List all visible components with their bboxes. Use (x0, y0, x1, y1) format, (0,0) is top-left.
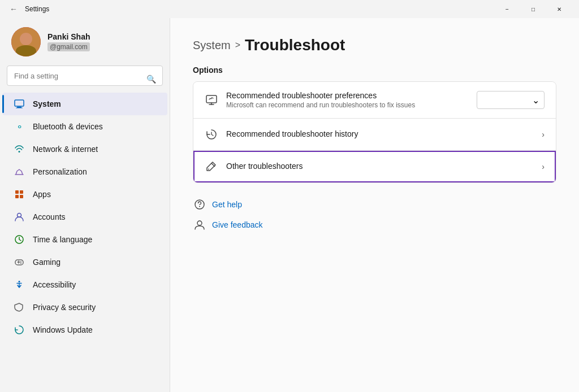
option-recommended-prefs-text: Recommended troubleshooter preferences M… (226, 91, 469, 109)
user-name: Panki Shah (47, 32, 158, 41)
sidebar-item-privacy[interactable]: Privacy & security (2, 296, 167, 319)
svg-rect-0 (15, 100, 24, 106)
avatar (11, 27, 41, 56)
bluetooth-icon: ⚬ (14, 121, 25, 132)
breadcrumb-parent[interactable]: System (193, 39, 231, 52)
svg-point-3 (19, 151, 20, 153)
user-profile[interactable]: Panki Shah @gmail.com (0, 18, 170, 66)
option-recommended-history-text: Recommended troubleshooter history (226, 129, 534, 140)
option-recommended-prefs-dropdown: ⌄ (477, 91, 545, 109)
maximize-button[interactable]: □ (520, 0, 546, 18)
svg-point-17 (199, 206, 200, 207)
back-button[interactable]: ← (7, 2, 20, 16)
option-other-troubleshooters-text: Other troubleshooters (226, 162, 534, 172)
svg-point-12 (20, 263, 21, 264)
svg-rect-5 (20, 190, 23, 194)
sidebar-item-apps-label: Apps (33, 190, 51, 199)
search-container: 🔍 (0, 66, 170, 93)
gaming-icon (14, 256, 25, 268)
accounts-icon (14, 211, 25, 223)
breadcrumb-separator: > (235, 40, 240, 50)
app-body: Panki Shah @gmail.com 🔍 System (0, 18, 579, 392)
time-icon (14, 234, 25, 245)
svg-rect-6 (15, 195, 19, 198)
breadcrumb: System > Troubleshoot (193, 36, 556, 54)
sidebar-item-accessibility-label: Accessibility (33, 280, 76, 289)
give-feedback-label[interactable]: Give feedback (212, 220, 263, 229)
svg-point-11 (20, 262, 21, 263)
sidebar-item-system-label: System (33, 99, 61, 108)
option-recommended-history[interactable]: Recommended troubleshooter history › (193, 119, 556, 151)
sidebar-item-windows-update[interactable]: Windows Update (2, 319, 167, 341)
option-other-troubleshooters[interactable]: Other troubleshooters › (193, 151, 556, 182)
chevron-down-icon: ⌄ (532, 95, 539, 106)
sidebar-item-bluetooth-label: Bluetooth & devices (33, 122, 103, 131)
svg-rect-14 (206, 95, 217, 103)
sidebar: Panki Shah @gmail.com 🔍 System (0, 18, 170, 392)
sidebar-item-personalization[interactable]: Personalization (2, 160, 167, 183)
sidebar-item-network[interactable]: Network & internet (2, 138, 167, 160)
sidebar-item-time[interactable]: Time & language (2, 228, 167, 251)
chevron-right-icon: › (542, 130, 545, 139)
svg-point-15 (208, 169, 209, 170)
sidebar-item-time-label: Time & language (33, 235, 92, 244)
troubleshooter-prefs-icon (205, 93, 218, 107)
svg-rect-7 (20, 195, 23, 198)
sidebar-item-personalization-label: Personalization (33, 167, 87, 176)
sidebar-nav: System ⚬ Bluetooth & devices Network & i… (0, 93, 170, 341)
sidebar-item-accounts[interactable]: Accounts (2, 206, 167, 228)
accessibility-icon (14, 279, 25, 290)
svg-rect-2 (16, 108, 23, 108)
dropdown-box[interactable]: ⌄ (477, 91, 545, 109)
give-feedback-link[interactable]: Give feedback (193, 217, 556, 233)
search-icon: 🔍 (146, 75, 156, 84)
search-input[interactable] (7, 66, 163, 86)
close-button[interactable]: ✕ (546, 0, 572, 18)
apps-icon (14, 189, 25, 200)
windows-update-icon (14, 324, 25, 336)
sidebar-item-gaming-label: Gaming (33, 258, 61, 267)
sidebar-item-privacy-label: Privacy & security (33, 303, 96, 312)
user-info: Panki Shah @gmail.com (47, 32, 158, 51)
sidebar-item-windows-update-label: Windows Update (33, 325, 93, 334)
links-section: Get help Give feedback (193, 197, 556, 233)
option-recommended-prefs-desc: Microsoft can recommend and run troubles… (226, 101, 469, 109)
titlebar-controls: − □ ✕ (494, 0, 572, 18)
get-help-icon (193, 198, 206, 211)
personalization-icon (14, 166, 25, 177)
user-email: @gmail.com (47, 42, 90, 51)
option-recommended-history-title: Recommended troubleshooter history (226, 129, 534, 138)
sidebar-item-gaming[interactable]: Gaming (2, 251, 167, 273)
option-recommended-prefs-title: Recommended troubleshooter preferences (226, 91, 469, 100)
sidebar-item-apps[interactable]: Apps (2, 183, 167, 206)
titlebar-title: Settings (25, 5, 49, 13)
sidebar-item-network-label: Network & internet (33, 145, 98, 154)
sidebar-item-accounts-label: Accounts (33, 212, 66, 221)
network-icon (14, 143, 25, 155)
get-help-link[interactable]: Get help (193, 197, 556, 212)
titlebar: ← Settings − □ ✕ (0, 0, 579, 18)
titlebar-left: ← Settings (7, 2, 49, 16)
system-icon (14, 98, 25, 110)
privacy-icon (14, 302, 25, 313)
other-troubleshooters-icon (205, 160, 218, 173)
option-other-troubleshooters-title: Other troubleshooters (226, 162, 534, 171)
troubleshooter-history-icon (205, 128, 218, 141)
option-recommended-prefs[interactable]: Recommended troubleshooter preferences M… (193, 82, 556, 119)
sidebar-item-accessibility[interactable]: Accessibility (2, 273, 167, 296)
sidebar-item-bluetooth[interactable]: ⚬ Bluetooth & devices (2, 115, 167, 138)
give-feedback-icon (193, 218, 206, 232)
sidebar-item-system[interactable]: System (2, 93, 167, 115)
svg-point-13 (19, 281, 20, 282)
section-title: Options (193, 66, 556, 75)
options-list: Recommended troubleshooter preferences M… (193, 81, 556, 183)
get-help-label[interactable]: Get help (212, 200, 242, 209)
main-content: System > Troubleshoot Options Recomm (170, 18, 579, 392)
minimize-button[interactable]: − (494, 0, 520, 18)
chevron-right-icon-2: › (542, 162, 545, 171)
svg-rect-4 (15, 190, 19, 194)
page-title: Troubleshoot (245, 36, 345, 54)
svg-point-18 (197, 221, 202, 225)
